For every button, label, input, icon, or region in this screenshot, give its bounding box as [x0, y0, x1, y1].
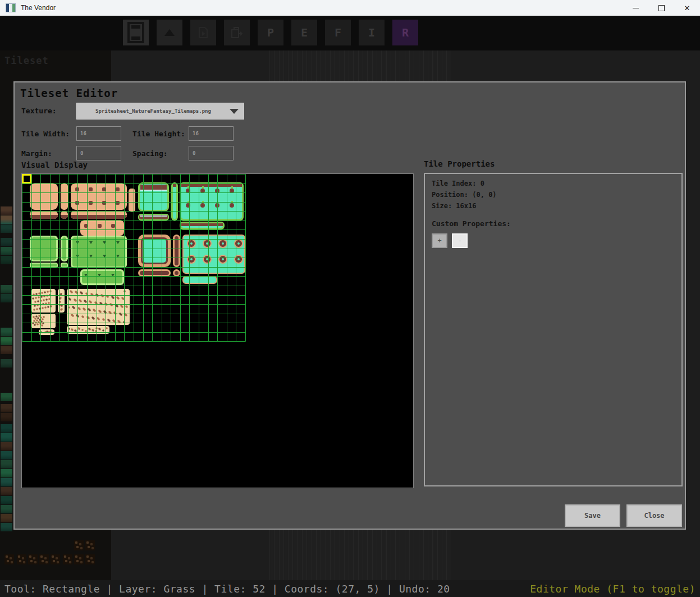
toolbar-button-play[interactable]	[157, 20, 182, 45]
toolbar-button-export-file[interactable]	[224, 20, 250, 45]
palette-tile-thumbnail[interactable]	[17, 554, 26, 564]
palette-tile-thumbnail[interactable]	[1, 256, 12, 264]
palette-tile-thumbnail[interactable]	[1, 224, 12, 233]
palette-tile-thumbnail[interactable]	[1, 294, 12, 302]
palette-tile-thumbnail[interactable]	[28, 554, 38, 564]
tile-height-label: Tile Height:	[132, 130, 185, 138]
palette-tile-thumbnail[interactable]	[1, 496, 12, 504]
toolbar-button-load-file[interactable]	[190, 20, 216, 45]
tile-index-value: Tile Index: 0	[432, 180, 484, 187]
palette-tile-thumbnail[interactable]	[1, 487, 12, 495]
palette-tile-thumbnail[interactable]	[1, 346, 12, 354]
palette-tile-thumbnail[interactable]	[1, 433, 12, 442]
tileset-panel-title: Tileset	[4, 55, 49, 66]
palette-tile-thumbnail[interactable]	[1, 337, 12, 345]
toolbar-button-p-tool[interactable]: P	[258, 20, 283, 45]
selected-tile-highlight	[22, 174, 31, 183]
play-icon	[164, 29, 175, 36]
status-bar: Tool: Rectangle | Layer: Grass | Tile: 5…	[0, 580, 700, 597]
panel-layout-icon	[127, 22, 144, 43]
texture-label: Texture:	[21, 107, 57, 115]
custom-properties-label: Custom Properties:	[432, 219, 511, 228]
close-dialog-button[interactable]: Close	[626, 504, 682, 527]
status-info: Tool: Rectangle | Layer: Grass | Tile: 5…	[4, 583, 450, 595]
palette-tile-thumbnail[interactable]	[51, 554, 60, 564]
palette-tile-thumbnail[interactable]	[1, 514, 12, 522]
tile-width-input[interactable]: 16	[76, 126, 121, 141]
palette-tile-thumbnail[interactable]	[85, 554, 95, 564]
file-play-icon	[196, 25, 210, 40]
palette-tile-thumbnail[interactable]	[1, 206, 12, 215]
palette-tile-thumbnail[interactable]	[1, 505, 12, 513]
close-button[interactable]: ✕	[674, 0, 700, 16]
tile-properties-title: Tile Properties	[424, 159, 495, 168]
palette-tile-thumbnail[interactable]	[1, 413, 12, 421]
palette-tile-thumbnail[interactable]	[1, 359, 12, 368]
toolbar-button-r-tool[interactable]: R	[392, 20, 418, 45]
palette-tile-thumbnail[interactable]	[1, 247, 12, 255]
save-button[interactable]: Save	[565, 504, 620, 527]
tile-height-input[interactable]: 16	[189, 126, 234, 141]
export-icon	[230, 25, 244, 40]
toolbar-button-panel-toggle[interactable]	[123, 20, 149, 45]
visual-display-label: Visual Display	[21, 160, 88, 169]
tile-properties-panel: Tile Index: 0 Position: (0, 0) Size: 16x…	[424, 173, 683, 486]
dialog-title: Tileset Editor	[20, 87, 118, 99]
toolbar: PEFIR	[0, 16, 700, 50]
palette-tile-thumbnail[interactable]	[74, 554, 84, 564]
texture-dropdown[interactable]: Spritesheet_NatureFantasy_Tilemaps.png	[76, 103, 244, 120]
toolbar-button-f-tool[interactable]: F	[325, 20, 351, 45]
tool-letter-label: R	[402, 26, 409, 39]
tool-letter-label: I	[368, 26, 375, 39]
editor-mode-indicator: Editor Mode (F1 to toggle)	[530, 583, 696, 595]
maximize-button[interactable]	[648, 0, 674, 16]
chevron-down-icon	[230, 109, 239, 114]
palette-tile-thumbnail[interactable]	[1, 393, 12, 401]
titlebar: The Vendor ✕	[0, 0, 700, 16]
palette-tile-thumbnail[interactable]	[1, 451, 12, 460]
palette-tile-thumbnail[interactable]	[1, 285, 12, 293]
remove-property-button[interactable]: -	[452, 233, 468, 248]
palette-tile-thumbnail[interactable]	[1, 469, 12, 477]
close-icon: ✕	[684, 4, 690, 12]
tool-letter-label: E	[301, 26, 308, 39]
palette-tile-thumbnail[interactable]	[1, 238, 12, 246]
add-property-button[interactable]: +	[432, 233, 447, 248]
tile-width-label: Tile Width:	[21, 130, 70, 138]
palette-tile-thumbnail[interactable]	[1, 404, 12, 412]
tileset-preview-canvas[interactable]	[22, 174, 413, 488]
tile-size-value: Size: 16x16	[432, 202, 476, 210]
spacing-input[interactable]: 0	[189, 146, 234, 160]
minimize-button[interactable]	[623, 0, 648, 16]
spacing-label: Spacing:	[132, 149, 168, 158]
maximize-icon	[658, 5, 665, 11]
app-logo-icon	[6, 3, 16, 12]
palette-tile-thumbnail[interactable]	[1, 328, 12, 336]
tileset-editor-dialog: Tileset Editor Texture: Spritesheet_Natu…	[13, 81, 686, 530]
margin-label: Margin:	[21, 149, 52, 158]
palette-tile-thumbnail[interactable]	[4, 554, 14, 564]
texture-dropdown-value: Spritesheet_NatureFantasy_Tilemaps.png	[77, 108, 230, 114]
toolbar-button-i-tool[interactable]: I	[359, 20, 385, 45]
visual-display[interactable]	[21, 173, 414, 488]
window-controls: ✕	[623, 0, 700, 16]
palette-tile-thumbnail[interactable]	[1, 478, 12, 486]
toolbar-button-e-tool[interactable]: E	[291, 20, 317, 45]
margin-input[interactable]: 0	[76, 146, 121, 160]
palette-tile-thumbnail[interactable]	[1, 215, 12, 224]
palette-tile-thumbnail[interactable]	[1, 523, 12, 531]
palette-tile-thumbnail[interactable]	[85, 540, 95, 550]
app-window: The Vendor ✕ PEFIR Tileset Tileset Edito…	[0, 0, 700, 597]
tool-letter-label: P	[267, 26, 274, 39]
palette-tile-thumbnail[interactable]	[1, 424, 12, 433]
palette-tile-thumbnail[interactable]	[1, 460, 12, 469]
minimize-icon	[633, 8, 639, 8]
window-title: The Vendor	[21, 4, 56, 12]
tool-letter-label: F	[335, 26, 341, 39]
palette-tile-thumbnail[interactable]	[39, 554, 49, 564]
palette-tile-thumbnail[interactable]	[74, 540, 84, 550]
tile-position-value: Position: (0, 0)	[432, 191, 497, 199]
palette-tile-thumbnail[interactable]	[1, 442, 12, 451]
palette-tile-thumbnail[interactable]	[63, 554, 72, 564]
